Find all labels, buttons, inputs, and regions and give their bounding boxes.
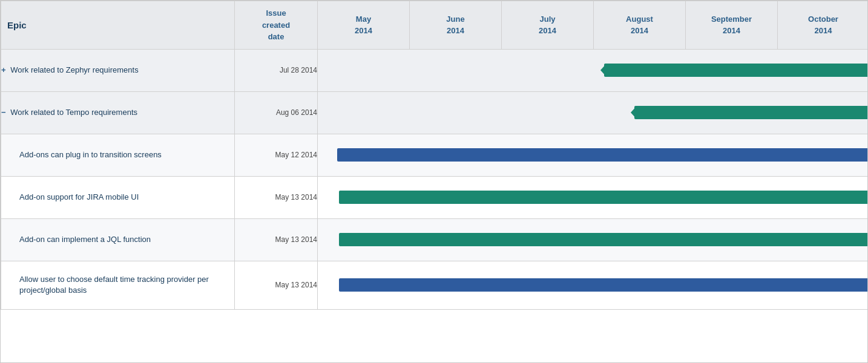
- expand-icon-zephyr[interactable]: +: [1, 65, 6, 74]
- table-row[interactable]: Add-ons can plug in to transition screen…: [1, 134, 869, 176]
- gantt-table: Epic Issuecreateddate May2014 June2014 J…: [1, 1, 868, 310]
- epic-label-tracking: Allow user to choose default time tracki…: [1, 261, 235, 309]
- table-row[interactable]: Allow user to choose default time tracki…: [1, 261, 869, 309]
- gantt-bar-mobile: [339, 191, 868, 204]
- chart-area-addons: [318, 134, 869, 176]
- header-month-may: May2014: [318, 1, 410, 50]
- header-row: Epic Issuecreateddate May2014 June2014 J…: [1, 1, 869, 50]
- header-month-september: September2014: [686, 1, 778, 50]
- header-month-august: August2014: [594, 1, 686, 50]
- table-row[interactable]: + Work related to Zephyr requirements Ju…: [1, 49, 869, 91]
- header-month-october: October2014: [778, 1, 869, 50]
- chart-area-tempo: [318, 91, 869, 134]
- bar-arrow-tempo: [631, 106, 637, 119]
- epic-label-jql: Add-on can implement a JQL function: [1, 218, 235, 261]
- gantt-bar-zephyr: [604, 64, 868, 77]
- table-row[interactable]: Add-on can implement a JQL function May …: [1, 218, 869, 261]
- date-zephyr: Jul 28 2014: [235, 49, 318, 91]
- epic-label-addons: Add-ons can plug in to transition screen…: [1, 134, 235, 176]
- epic-label-mobile: Add-on support for JIRA mobile UI: [1, 176, 235, 218]
- date-tempo: Aug 06 2014: [235, 91, 318, 134]
- chart-area-jql: [318, 218, 869, 261]
- header-month-july: July2014: [502, 1, 594, 50]
- bar-arrow-zephyr: [600, 64, 607, 77]
- date-jql: May 13 2014: [235, 218, 318, 261]
- gantt-bar-jql: [339, 233, 868, 246]
- header-epic: Epic: [1, 1, 235, 50]
- epic-label-zephyr: + Work related to Zephyr requirements: [1, 49, 235, 91]
- epic-label-tempo: − Work related to Tempo requirements: [1, 91, 235, 134]
- gantt-bar-addons: [337, 148, 868, 162]
- gantt-container: Epic Issuecreateddate May2014 June2014 J…: [0, 0, 868, 363]
- table-row[interactable]: − Work related to Tempo requirements Aug…: [1, 91, 869, 134]
- date-tracking: May 13 2014: [235, 261, 318, 309]
- chart-area-zephyr: [318, 49, 869, 91]
- date-addons: May 12 2014: [235, 134, 318, 176]
- header-issue-created-date: Issuecreateddate: [235, 1, 318, 50]
- chart-area-mobile: [318, 176, 869, 218]
- table-row[interactable]: Add-on support for JIRA mobile UI May 13…: [1, 176, 869, 218]
- gantt-bar-tempo: [634, 106, 868, 119]
- chart-area-tracking: [318, 261, 869, 309]
- header-month-june: June2014: [410, 1, 502, 50]
- collapse-icon-tempo[interactable]: −: [1, 108, 6, 117]
- gantt-bar-tracking: [339, 278, 868, 292]
- date-mobile: May 13 2014: [235, 176, 318, 218]
